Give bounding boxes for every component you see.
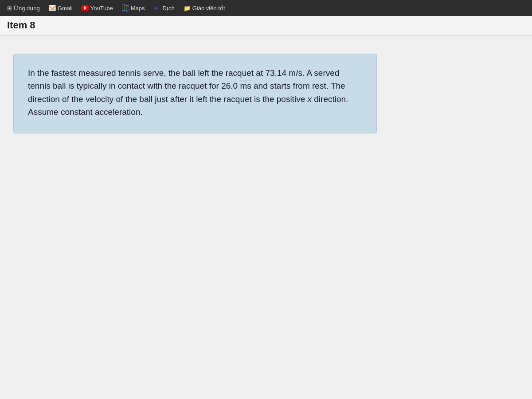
folder-icon: 📁 (184, 5, 191, 12)
bookmark-maps[interactable]: Maps (118, 3, 149, 13)
page-header: Item 8 (0, 16, 532, 36)
bookmark-ung-dung[interactable]: ⊞ Ứng dụng (4, 3, 43, 13)
question-text: In the fastest measured tennis serve, th… (28, 66, 362, 119)
youtube-icon (82, 5, 89, 11)
bookmark-label-ung-dung: Ứng dụng (14, 5, 40, 12)
translate-icon: G T (154, 4, 161, 12)
bookmark-giao-vien-tot[interactable]: 📁 Giáo viên tốt (180, 3, 229, 13)
gmail-icon (49, 5, 56, 11)
unit-m: m (289, 68, 296, 78)
bookmark-gmail[interactable]: Gmail (45, 3, 76, 13)
unit-ms: ms (240, 81, 251, 90)
svg-marker-4 (122, 4, 129, 12)
bookmark-label-giao-vien-tot: Giáo viên tốt (192, 5, 225, 12)
page-title: Item 8 (7, 20, 35, 31)
svg-text:T: T (157, 8, 159, 12)
question-box: In the fastest measured tennis serve, th… (13, 54, 377, 133)
main-area: In the fastest measured tennis serve, th… (0, 36, 532, 147)
bookmark-youtube[interactable]: YouTube (78, 3, 117, 13)
bookmark-label-youtube: YouTube (90, 5, 113, 12)
grid-icon: ⊞ (7, 5, 12, 12)
page-content: Item 8 In the fastest measured tennis se… (0, 16, 532, 399)
maps-icon (122, 4, 129, 12)
bookmark-label-maps: Maps (131, 5, 145, 12)
bookmark-label-gmail: Gmail (58, 5, 73, 12)
bookmark-label-dich: Dịch (163, 5, 175, 12)
bookmarks-bar: ⊞ Ứng dụng Gmail YouTube Maps G T (0, 0, 532, 16)
variable-x: x (308, 94, 312, 104)
bookmark-dich[interactable]: G T Dịch (150, 3, 178, 13)
